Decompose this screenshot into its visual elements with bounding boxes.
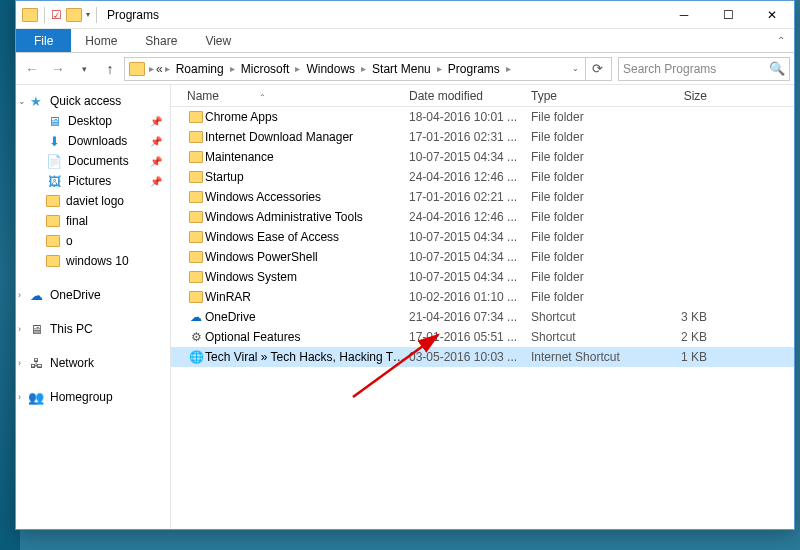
sort-indicator-icon: ⌃: [259, 93, 266, 102]
folder-icon: [189, 171, 203, 183]
maximize-button[interactable]: ☐: [706, 1, 750, 29]
sidebar-item[interactable]: windows 10: [16, 251, 170, 271]
breadcrumb-dropdown-icon[interactable]: ⌄: [566, 64, 585, 73]
file-name: Optional Features: [205, 330, 409, 344]
this-pc-root[interactable]: › 🖥 This PC: [16, 319, 170, 339]
file-list: Name⌃ Date modified Type Size Chrome App…: [171, 85, 794, 529]
expand-icon[interactable]: ›: [18, 324, 21, 334]
breadcrumb-segment[interactable]: Start Menu: [368, 61, 435, 77]
view-tab[interactable]: View: [191, 29, 245, 52]
sidebar-item[interactable]: 📄Documents📌: [16, 151, 170, 171]
back-button[interactable]: ←: [20, 57, 44, 81]
chevron-right-icon[interactable]: ▸: [230, 63, 235, 74]
breadcrumb-segment[interactable]: Windows: [302, 61, 359, 77]
column-header-name[interactable]: Name⌃: [187, 89, 409, 103]
properties-icon[interactable]: ☑: [51, 8, 62, 22]
chevron-right-icon[interactable]: ▸: [437, 63, 442, 74]
pin-icon[interactable]: 📌: [150, 136, 162, 147]
table-row[interactable]: ⚙Optional Features17-01-2016 05:51 ...Sh…: [171, 327, 794, 347]
pin-icon[interactable]: 📌: [150, 176, 162, 187]
file-name: Windows Ease of Access: [205, 230, 409, 244]
table-row[interactable]: Windows Ease of Access10-07-2015 04:34 .…: [171, 227, 794, 247]
file-date: 17-01-2016 02:31 ...: [409, 130, 531, 144]
folder-icon: [46, 255, 60, 267]
sidebar-item[interactable]: final: [16, 211, 170, 231]
expand-icon[interactable]: ›: [18, 290, 21, 300]
breadcrumb-ellipsis[interactable]: «: [156, 62, 163, 76]
file-date: 10-07-2015 04:34 ...: [409, 250, 531, 264]
explorer-window: ☑ ▾ Programs ─ ☐ ✕ File Home Share View …: [15, 0, 795, 530]
table-row[interactable]: Windows Accessories17-01-2016 02:21 ...F…: [171, 187, 794, 207]
file-size: 2 KB: [637, 330, 717, 344]
pin-icon[interactable]: 📌: [150, 116, 162, 127]
chevron-right-icon[interactable]: ▸: [149, 63, 154, 74]
folder-icon: [46, 235, 60, 247]
navbar: ← → ▾ ↑ ▸ « ▸ Roaming ▸ Microsoft ▸ Wind…: [16, 53, 794, 85]
sidebar-item[interactable]: 🖥Desktop📌: [16, 111, 170, 131]
pc-icon: 🖥: [28, 321, 44, 337]
file-date: 03-05-2016 10:03 ...: [409, 350, 531, 364]
table-row[interactable]: Chrome Apps18-04-2016 10:01 ...File fold…: [171, 107, 794, 127]
sidebar-item[interactable]: 🖼Pictures📌: [16, 171, 170, 191]
table-row[interactable]: 🌐Tech Viral » Tech Hacks, Hacking Tutori…: [171, 347, 794, 367]
sidebar-item[interactable]: ⬇Downloads📌: [16, 131, 170, 151]
folder-icon: [189, 231, 203, 243]
history-dropdown-icon[interactable]: ▾: [72, 57, 96, 81]
breadcrumb-segment[interactable]: Roaming: [172, 61, 228, 77]
table-row[interactable]: Windows Administrative Tools24-04-2016 1…: [171, 207, 794, 227]
breadcrumb-segment[interactable]: Programs: [444, 61, 504, 77]
chevron-right-icon[interactable]: ▸: [165, 63, 170, 74]
search-input[interactable]: Search Programs 🔍: [618, 57, 790, 81]
expand-icon[interactable]: ›: [18, 358, 21, 368]
collapse-icon[interactable]: ⌄: [18, 96, 26, 106]
quick-access-root[interactable]: ⌄ ★ Quick access: [16, 91, 170, 111]
qat-dropdown-icon[interactable]: ▾: [86, 10, 90, 19]
sidebar-item[interactable]: daviet logo: [16, 191, 170, 211]
sidebar-item[interactable]: o: [16, 231, 170, 251]
column-header-type[interactable]: Type: [531, 89, 637, 103]
expand-icon[interactable]: ›: [18, 392, 21, 402]
file-date: 21-04-2016 07:34 ...: [409, 310, 531, 324]
file-tab[interactable]: File: [16, 29, 71, 52]
folder-icon: [189, 191, 203, 203]
column-header-size[interactable]: Size: [637, 89, 717, 103]
chevron-right-icon[interactable]: ▸: [506, 63, 511, 74]
file-type: File folder: [531, 130, 637, 144]
homegroup-root[interactable]: › 👥 Homegroup: [16, 387, 170, 407]
close-button[interactable]: ✕: [750, 1, 794, 29]
column-header-date[interactable]: Date modified: [409, 89, 531, 103]
table-row[interactable]: Maintenance10-07-2015 04:34 ...File fold…: [171, 147, 794, 167]
breadcrumb-segment[interactable]: Microsoft: [237, 61, 294, 77]
pin-icon[interactable]: 📌: [150, 156, 162, 167]
chevron-right-icon[interactable]: ▸: [295, 63, 300, 74]
share-tab[interactable]: Share: [131, 29, 191, 52]
ribbon-collapse-icon[interactable]: ⌃: [768, 29, 794, 52]
table-row[interactable]: Windows System10-07-2015 04:34 ...File f…: [171, 267, 794, 287]
folder-icon[interactable]: [22, 8, 38, 22]
minimize-button[interactable]: ─: [662, 1, 706, 29]
search-placeholder: Search Programs: [623, 62, 769, 76]
table-row[interactable]: Internet Download Manager17-01-2016 02:3…: [171, 127, 794, 147]
file-size: 1 KB: [637, 350, 717, 364]
breadcrumb[interactable]: ▸ « ▸ Roaming ▸ Microsoft ▸ Windows ▸ St…: [124, 57, 612, 81]
search-icon[interactable]: 🔍: [769, 61, 785, 76]
table-row[interactable]: WinRAR10-02-2016 01:10 ...File folder: [171, 287, 794, 307]
nav-label: Documents: [68, 154, 129, 168]
up-button[interactable]: ↑: [98, 57, 122, 81]
table-row[interactable]: ☁OneDrive21-04-2016 07:34 ...Shortcut3 K…: [171, 307, 794, 327]
refresh-button[interactable]: ⟳: [585, 58, 609, 80]
file-type: File folder: [531, 110, 637, 124]
table-row[interactable]: Windows PowerShell10-07-2015 04:34 ...Fi…: [171, 247, 794, 267]
file-name: Windows System: [205, 270, 409, 284]
chevron-right-icon[interactable]: ▸: [361, 63, 366, 74]
network-root[interactable]: › 🖧 Network: [16, 353, 170, 373]
home-tab[interactable]: Home: [71, 29, 131, 52]
nav-item-icon: ⬇: [46, 133, 62, 149]
file-date: 24-04-2016 12:46 ...: [409, 170, 531, 184]
forward-button[interactable]: →: [46, 57, 70, 81]
new-folder-icon[interactable]: [66, 8, 82, 22]
onedrive-root[interactable]: › ☁ OneDrive: [16, 285, 170, 305]
table-row[interactable]: Startup24-04-2016 12:46 ...File folder: [171, 167, 794, 187]
folder-icon: [46, 215, 60, 227]
file-date: 10-07-2015 04:34 ...: [409, 150, 531, 164]
